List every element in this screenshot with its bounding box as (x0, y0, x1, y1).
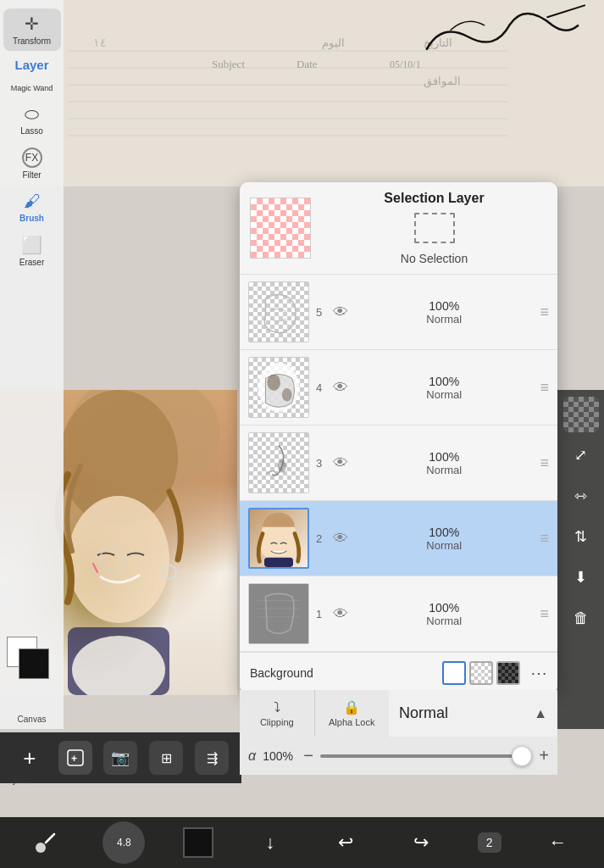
svg-rect-26 (264, 558, 293, 567)
eraser-label: Eraser (19, 258, 44, 267)
background-more-btn[interactable]: ⋯ (530, 663, 547, 683)
eraser-tool[interactable]: ⬜ Eraser (3, 230, 61, 272)
blend-mode-selector[interactable]: Normal ▲ (389, 690, 557, 737)
reference-btn[interactable]: ⊞ (149, 741, 183, 775)
flip-v-btn[interactable]: ⇅ (563, 519, 599, 554)
right-toolbar: ⤢ ⇿ ⇅ ⬇ 🗑 (557, 390, 604, 729)
layer-1-visibility[interactable]: 👁 (333, 605, 348, 623)
clip-alpha-bar: ⤵ Clipping 🔒 Alpha Lock Normal ▲ (240, 690, 557, 737)
svg-point-33 (36, 843, 46, 853)
filter-icon: FX (22, 147, 42, 168)
svg-text:١٤: ١٤ (93, 36, 107, 49)
down-arrow-btn[interactable]: ↓ (252, 824, 289, 861)
camera-btn[interactable]: 📷 (103, 741, 137, 775)
animate-btn[interactable]: ⇶ (195, 741, 229, 775)
layer-row-5[interactable]: 5 👁 100% Normal ≡ (240, 275, 557, 350)
color-swatch-black[interactable] (183, 827, 213, 858)
svg-text:Subject: Subject (212, 58, 245, 70)
checker-pattern-btn[interactable] (563, 397, 599, 432)
svg-line-34 (46, 834, 54, 843)
brush-size-indicator[interactable]: 4.8 (103, 821, 145, 864)
layer-4-controls: 👁 (333, 379, 348, 397)
svg-point-22 (267, 374, 280, 390)
selection-layer-info: Selection Layer No Selection (321, 191, 547, 265)
layer-1-num: 1 (316, 608, 330, 620)
alpha-lock-icon: 🔒 (343, 699, 360, 715)
lasso-label: Lasso (20, 126, 43, 136)
layer-1-drag-handle[interactable]: ≡ (540, 605, 549, 623)
magic-wand-tool[interactable]: Magic Wand (3, 79, 61, 97)
layer-3-drag-handle[interactable]: ≡ (540, 454, 549, 472)
layer-5-info: 100% Normal (353, 299, 535, 326)
bg-swatch-dark[interactable] (496, 661, 520, 685)
export-btn[interactable]: ⬇ (563, 559, 599, 595)
layer-4-visibility[interactable]: 👁 (333, 379, 348, 397)
layer-row-1[interactable]: 1 👁 100% Normal ≡ (240, 576, 557, 652)
layer-4-num: 4 (316, 381, 330, 394)
layer-2-info: 100% Normal (353, 526, 535, 552)
transform-label: Transform (13, 36, 51, 46)
magic-wand-label: Magic Wand (11, 84, 53, 92)
current-layer-badge[interactable]: 2 (478, 832, 501, 853)
filter-label: Filter (22, 170, 41, 180)
filter-tool[interactable]: FX Filter (3, 142, 61, 185)
opacity-decrease-btn[interactable]: − (303, 746, 313, 765)
right-transform-btn[interactable]: ⤢ (563, 437, 599, 473)
layer-tool[interactable]: Layer (3, 53, 61, 77)
selection-layer-row[interactable]: Selection Layer No Selection (240, 182, 557, 275)
layer-3-info: 100% Normal (353, 450, 535, 476)
back-btn[interactable]: ← (539, 824, 576, 861)
layer-row-3[interactable]: 3 👁 100% Normal ≡ (240, 426, 557, 501)
layer-4-drag-handle[interactable]: ≡ (540, 379, 549, 397)
layer-1-controls: 👁 (333, 605, 348, 623)
transform-tool[interactable]: ✛ Transform (3, 8, 61, 51)
svg-point-15 (68, 496, 169, 623)
layer-5-drag-handle[interactable]: ≡ (540, 303, 549, 321)
bottom-action-bar: + + 📷 ⊞ ⇶ (0, 732, 241, 783)
layer-5-visibility[interactable]: 👁 (333, 303, 348, 321)
layer-3-visibility[interactable]: 👁 (333, 454, 348, 472)
canvas-label-text: Canvas (18, 715, 47, 724)
opacity-slider-track[interactable] (320, 754, 533, 758)
layer-row-4[interactable]: 4 👁 100% Normal ≡ (240, 350, 557, 426)
bg-swatch-white[interactable] (442, 661, 466, 685)
layer-5-num: 5 (316, 306, 330, 319)
layer-row-2[interactable]: 2 👁 100% Normal ≡ (240, 501, 557, 576)
svg-text:اليوم: اليوم (322, 36, 345, 50)
layer-4-info: 100% Normal (353, 375, 535, 401)
blend-mode-text: Normal (399, 704, 448, 722)
layer-2-visibility[interactable]: 👁 (333, 530, 348, 548)
delete-btn[interactable]: 🗑 (563, 600, 599, 636)
redo-btn[interactable]: ↪ (402, 824, 440, 861)
add-layer-btn[interactable]: + (13, 741, 47, 775)
eyedropper-label: Eyedro (7, 776, 34, 785)
opacity-value: 100% (263, 749, 296, 763)
brush-size-value: 4.8 (117, 837, 131, 849)
layer-2-drag-handle[interactable]: ≡ (540, 530, 549, 548)
lasso-tool[interactable]: ⬭ Lasso (3, 99, 61, 141)
brush-tool[interactable]: 🖌 Brush (3, 186, 61, 228)
opacity-slider-thumb[interactable] (512, 746, 532, 766)
layer-icon: Layer (14, 58, 48, 72)
layer-thumb-3 (248, 432, 309, 493)
opacity-slider-fill (320, 754, 533, 758)
alpha-lock-btn[interactable]: 🔒 Alpha Lock (315, 690, 390, 737)
layer-thumb-5 (248, 281, 309, 342)
eraser-icon: ⬜ (21, 235, 42, 255)
bg-swatch-checker[interactable] (469, 661, 493, 685)
brush-icon: 🖌 (24, 192, 41, 211)
insert-btn[interactable]: + (58, 741, 92, 775)
clipping-btn[interactable]: ⤵ Clipping (240, 690, 315, 737)
layer-1-info: 100% Normal (353, 601, 535, 627)
layer-thumb-1 (248, 583, 309, 644)
background-row[interactable]: Background ⋯ (240, 652, 557, 693)
undo-btn[interactable]: ↩ (327, 824, 364, 861)
opacity-increase-btn[interactable]: + (539, 746, 549, 765)
layer-3-opacity: 100% (353, 450, 535, 464)
flip-h-btn[interactable]: ⇿ (563, 478, 599, 514)
layer-5-controls: 👁 (333, 303, 348, 321)
background-color-swatch[interactable] (19, 648, 49, 679)
clipping-label: Clipping (260, 717, 294, 727)
layers-panel: Selection Layer No Selection 5 👁 100% No… (240, 182, 557, 693)
brush-settings-btn[interactable] (27, 824, 64, 861)
